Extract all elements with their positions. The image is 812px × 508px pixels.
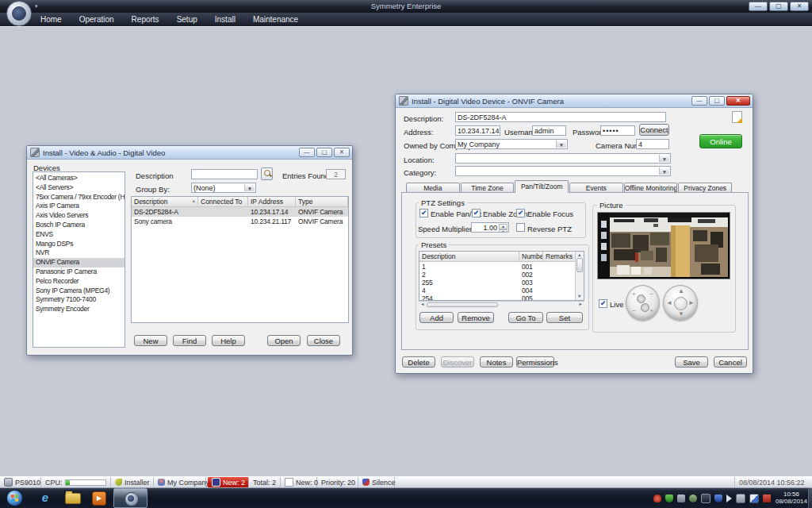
- device-type-item[interactable]: Sony IP Camera (MPEG4): [33, 287, 124, 296]
- tab-pan-tilt-zoom[interactable]: Pan/Tilt/Zoom: [515, 180, 569, 193]
- new-button[interactable]: New: [134, 335, 167, 346]
- presets-header-remarks[interactable]: Remarks: [543, 252, 576, 262]
- device-type-item[interactable]: Panasonic IP Camera: [33, 267, 124, 277]
- device-type-item[interactable]: Symmetry 7100-7400: [33, 295, 124, 305]
- column-header-connected-to[interactable]: Connected To: [198, 197, 248, 207]
- tray-display-icon[interactable]: [701, 494, 710, 503]
- tray-security-shield-icon[interactable]: [714, 495, 722, 502]
- save-button[interactable]: Save: [675, 356, 708, 368]
- tray-network-icon[interactable]: [749, 494, 759, 503]
- media-player-icon[interactable]: ▶: [92, 491, 106, 506]
- enable-pan-tilt-checkbox[interactable]: ✔: [419, 209, 428, 217]
- notes-button[interactable]: Notes: [480, 356, 513, 368]
- password-input[interactable]: •••••: [600, 125, 635, 136]
- dialog-maximize-button[interactable]: ▢: [709, 96, 725, 106]
- chevron-down-icon[interactable]: ▼: [659, 167, 669, 175]
- device-type-item[interactable]: Mango DSPs: [33, 240, 124, 249]
- file-explorer-icon[interactable]: [65, 493, 81, 504]
- find-button[interactable]: Find: [173, 335, 206, 346]
- camera-live-picture[interactable]: [597, 212, 730, 279]
- device-type-item[interactable]: NVR: [33, 248, 124, 258]
- zoom-in-icon[interactable]: +: [632, 291, 636, 298]
- start-button[interactable]: [6, 490, 23, 506]
- preset-set-button[interactable]: Set: [546, 312, 583, 323]
- company-segment[interactable]: My Company: [154, 477, 206, 487]
- dialog-minimize-button[interactable]: —: [691, 96, 707, 106]
- dialog-minimize-button[interactable]: —: [299, 148, 315, 157]
- menu-maintenance[interactable]: Maintenance: [244, 13, 307, 26]
- zoom-focus-pad[interactable]: + − − +: [626, 285, 660, 321]
- help-button[interactable]: Help: [212, 335, 245, 346]
- discover-button[interactable]: Discover: [441, 356, 474, 368]
- symmetry-taskbar-button[interactable]: [113, 488, 147, 508]
- device-type-item[interactable]: 75xx Camera / 79xx Encoder (HD): [33, 193, 124, 202]
- device-type-item[interactable]: Axis IP Camera: [33, 202, 124, 211]
- arrow-left-icon[interactable]: ◄: [666, 300, 672, 306]
- enable-zoom-checkbox[interactable]: ✔: [472, 209, 481, 217]
- tray-alarm-icon[interactable]: [653, 495, 661, 502]
- speed-multiplier-input[interactable]: 1.00 ▲▼: [471, 222, 509, 233]
- chevron-down-icon[interactable]: ▼: [556, 140, 566, 148]
- notes-page-icon[interactable]: [732, 111, 742, 123]
- presets-horizontal-scrollbar[interactable]: ◄ ►: [419, 301, 584, 308]
- menu-setup[interactable]: Setup: [168, 13, 206, 26]
- category-dropdown[interactable]: ▼: [455, 166, 671, 176]
- device-type-item[interactable]: Pelco Recorder: [33, 277, 124, 287]
- address-input[interactable]: 10.234.17.14: [455, 125, 500, 136]
- device-type-item[interactable]: <All Cameras>: [33, 174, 124, 183]
- camera-number-input[interactable]: 4: [636, 139, 669, 149]
- pad-center-button[interactable]: [674, 297, 688, 310]
- focus-in-icon[interactable]: +: [649, 308, 653, 314]
- dialog-maximize-button[interactable]: ▢: [316, 148, 332, 157]
- menu-reports[interactable]: Reports: [123, 13, 168, 26]
- menu-operation[interactable]: Operation: [71, 13, 123, 26]
- dialog-close-button[interactable]: ✕: [726, 96, 750, 106]
- presets-header-number[interactable]: Number: [519, 252, 543, 262]
- menu-install[interactable]: Install: [206, 13, 244, 26]
- group-by-dropdown[interactable]: (None) ▼: [191, 183, 256, 193]
- presets-header-description[interactable]: Description: [419, 252, 519, 262]
- device-type-item-selected[interactable]: ONVIF Camera: [33, 258, 124, 267]
- tray-remote-icon[interactable]: [736, 494, 745, 503]
- device-type-item[interactable]: Bosch IP Camera: [33, 221, 124, 230]
- online-status-button[interactable]: Online: [699, 134, 742, 148]
- cancel-button[interactable]: Cancel: [714, 356, 747, 368]
- location-dropdown[interactable]: ▼: [455, 153, 671, 164]
- arrow-up-icon[interactable]: ▲: [678, 288, 684, 294]
- preset-remove-button[interactable]: Remove: [458, 312, 494, 323]
- column-header-type[interactable]: Type: [296, 197, 348, 207]
- pan-tilt-pad[interactable]: ▲ ▼ ◄ ►: [663, 285, 698, 321]
- username-input[interactable]: admin: [532, 125, 566, 136]
- preset-goto-button[interactable]: Go To: [508, 312, 543, 323]
- device-type-item[interactable]: <All Servers>: [33, 183, 124, 193]
- description-input[interactable]: DS-2DF5284-A: [455, 112, 666, 122]
- window-close-button[interactable]: ✕: [790, 2, 809, 11]
- tray-error-icon[interactable]: [763, 495, 771, 502]
- show-desktop-button[interactable]: [808, 488, 812, 508]
- description-filter-input[interactable]: [191, 169, 258, 179]
- installer-segment[interactable]: Installer: [111, 477, 154, 487]
- arrow-down-icon[interactable]: ▼: [678, 311, 684, 318]
- focus-out-icon[interactable]: −: [632, 308, 636, 314]
- enable-focus-checkbox[interactable]: ✔: [516, 209, 525, 217]
- column-header-description[interactable]: Description▴: [132, 197, 198, 207]
- window-minimize-button[interactable]: —: [749, 2, 768, 11]
- open-button[interactable]: Open: [267, 335, 301, 346]
- search-button[interactable]: [261, 167, 273, 180]
- spinner-buttons[interactable]: ▲▼: [499, 224, 508, 231]
- alarms-new-segment[interactable]: New: 2: [208, 477, 249, 487]
- tray-settings-icon[interactable]: [677, 495, 685, 502]
- presets-vertical-scrollbar[interactable]: ▲ ▼: [575, 252, 584, 300]
- window-maximize-button[interactable]: ▢: [769, 2, 788, 11]
- table-row[interactable]: Sony camera 10.234.21.117 ONVIF Camera: [132, 217, 348, 226]
- symmetry-logo-icon[interactable]: [6, 1, 32, 26]
- chevron-down-icon[interactable]: ▼: [244, 184, 255, 191]
- table-row[interactable]: DS-2DF5284-A 10.234.17.14 ONVIF Camera: [132, 207, 348, 217]
- arrow-right-icon[interactable]: ►: [688, 300, 695, 306]
- device-type-item[interactable]: Symmetry Encoder: [33, 305, 124, 314]
- permissions-button[interactable]: Permissions: [516, 356, 554, 368]
- close-button[interactable]: Close: [307, 335, 340, 346]
- owned-by-company-dropdown[interactable]: My Company ▼: [455, 139, 568, 149]
- zoom-out-icon[interactable]: −: [649, 291, 653, 298]
- silence-segment[interactable]: Silence: [358, 477, 395, 487]
